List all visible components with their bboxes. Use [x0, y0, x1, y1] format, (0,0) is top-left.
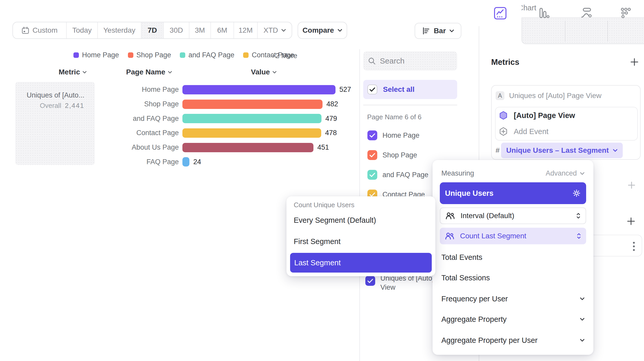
menu-item-first-segment[interactable]: First Segment [294, 237, 341, 246]
bar-value: 24 [193, 158, 201, 166]
menu-item-total-events[interactable]: Total Events [441, 251, 585, 264]
advanced-label: Advanced [546, 169, 577, 177]
search-icon [368, 57, 376, 65]
date-xtd-button[interactable]: XTD [258, 22, 292, 38]
aggregate-property-label: Aggregate Property [441, 315, 506, 324]
segment-group-label: Page Name 6 of 6 [367, 113, 422, 121]
select-all-row[interactable]: Select all [363, 80, 457, 99]
check-icon [369, 192, 375, 197]
add-filter-button[interactable] [628, 181, 635, 189]
event-card: [Auto] Page View Add Event [495, 107, 638, 141]
legend-item[interactable]: Shop Page [128, 51, 171, 59]
menu-item-frequency-per-user[interactable]: Frequency per User [441, 292, 585, 306]
menu-item-interval[interactable]: Interval (Default) [440, 207, 586, 224]
chart-tab-flows[interactable] [565, 0, 607, 26]
date-3m-button[interactable]: 3M [189, 22, 211, 38]
advanced-toggle[interactable]: Advanced [546, 169, 585, 177]
metric-badge: A [496, 91, 504, 100]
segment-item[interactable]: Home Page [365, 126, 461, 145]
users-icon [446, 212, 455, 220]
segment-search [363, 51, 457, 71]
menu-item-count-last-segment[interactable]: Count Last Segment [440, 228, 586, 244]
stepper-icon [576, 212, 580, 219]
calendar-icon [22, 26, 29, 34]
search-input[interactable] [380, 57, 447, 65]
add-event-label: Add Event [514, 127, 549, 136]
column-header-value[interactable]: Value [251, 68, 277, 76]
chart-tab-insights[interactable] [479, 0, 522, 26]
add-event-icon [499, 127, 508, 136]
column-header-metric[interactable]: Metric [59, 68, 87, 76]
horizontal-bar-chart-icon [422, 27, 430, 35]
date-12m-button[interactable]: 12M [234, 22, 258, 38]
menu-item-unique-users[interactable]: Unique Users [440, 182, 586, 204]
chart-tab-metrics[interactable] [607, 0, 644, 26]
bar-chart: Home Page 527 Shop Page 482 and FAQ Page… [0, 82, 358, 169]
bar-row: Contact Page 478 [0, 126, 358, 140]
column-header-metric-label: Metric [59, 68, 80, 76]
menu-item-aggregate-property-per-user[interactable]: Aggregate Property per User [441, 334, 585, 347]
bar-row: About Us Page 451 [0, 140, 358, 155]
date-7d-label: 7D [148, 26, 157, 34]
bar[interactable] [182, 128, 321, 138]
bar[interactable] [182, 114, 321, 123]
chevron-down-icon [83, 71, 87, 74]
bar-row: Home Page 527 [0, 82, 358, 97]
kebab-menu-icon[interactable] [633, 241, 635, 251]
line-chart-icon [493, 6, 507, 20]
metric-card-title: Uniques of [Auto] Page View [509, 92, 601, 100]
menu-item-last-segment[interactable]: Last Segment [290, 253, 432, 273]
legend-label: Shop Page [136, 51, 171, 59]
segment-label: and FAQ Page [382, 171, 428, 179]
bar[interactable] [182, 157, 189, 166]
count-last-segment-label: Count Last Segment [460, 232, 526, 240]
compare-button[interactable]: Compare [298, 22, 347, 39]
menu-item-aggregate-property[interactable]: Aggregate Property [441, 313, 585, 326]
segment-checkbox[interactable] [367, 170, 377, 180]
bar-row-label: Home Page [0, 86, 179, 94]
date-custom-button[interactable]: Custom [13, 22, 67, 38]
divider [363, 105, 457, 105]
bar[interactable] [182, 100, 323, 109]
legend-label: Home Page [82, 51, 119, 59]
chevron-down-icon [580, 339, 585, 342]
chart-tab-bar[interactable] [522, 0, 565, 26]
measurement-pill[interactable]: Unique Users – Last Segment [501, 143, 623, 158]
date-today-button[interactable]: Today [67, 22, 98, 38]
segment-checkbox[interactable] [367, 130, 377, 140]
legend-more[interactable]: +2 More [271, 52, 297, 60]
add-breakdown-button[interactable] [627, 217, 635, 226]
bar-row-label: and FAQ Page [0, 115, 179, 123]
date-6m-button[interactable]: 6M [211, 22, 234, 38]
segment-checkbox[interactable] [367, 150, 377, 160]
add-metric-button[interactable] [630, 58, 639, 66]
date-30d-label: 30D [170, 26, 183, 34]
legend-item[interactable]: and FAQ Page [180, 51, 234, 59]
event-row[interactable]: [Auto] Page View [499, 111, 575, 120]
total-events-label: Total Events [441, 253, 482, 262]
gear-icon[interactable] [572, 189, 581, 198]
menu-item-every-segment[interactable]: Every Segment (Default) [294, 216, 376, 225]
segment-count-menu: Count Unique Users Every Segment (Defaul… [286, 196, 435, 276]
legend-item[interactable]: Home Page [73, 51, 119, 59]
bar-value: 479 [325, 115, 337, 123]
segment-checkbox[interactable] [365, 276, 375, 286]
date-7d-button[interactable]: 7D [141, 22, 164, 38]
add-event-row[interactable]: Add Event [499, 127, 549, 136]
column-header-page-name[interactable]: Page Name [126, 68, 172, 76]
bar-row-label: FAQ Page [0, 158, 179, 166]
bar-row-label: Contact Page [0, 129, 179, 137]
select-all-checkbox[interactable] [367, 85, 377, 94]
bar-row: FAQ Page 24 [0, 155, 358, 169]
bar[interactable] [182, 85, 335, 94]
legend-swatch [73, 52, 79, 58]
date-6m-label: 6M [217, 26, 227, 34]
legend-swatch [180, 52, 185, 58]
chevron-down-icon [168, 71, 172, 74]
check-icon [369, 87, 375, 92]
chart-type-button[interactable]: Bar [415, 23, 461, 39]
menu-item-total-sessions[interactable]: Total Sessions [441, 271, 585, 284]
date-yesterday-button[interactable]: Yesterday [98, 22, 141, 38]
date-30d-button[interactable]: 30D [164, 22, 189, 38]
bar[interactable] [182, 143, 313, 152]
